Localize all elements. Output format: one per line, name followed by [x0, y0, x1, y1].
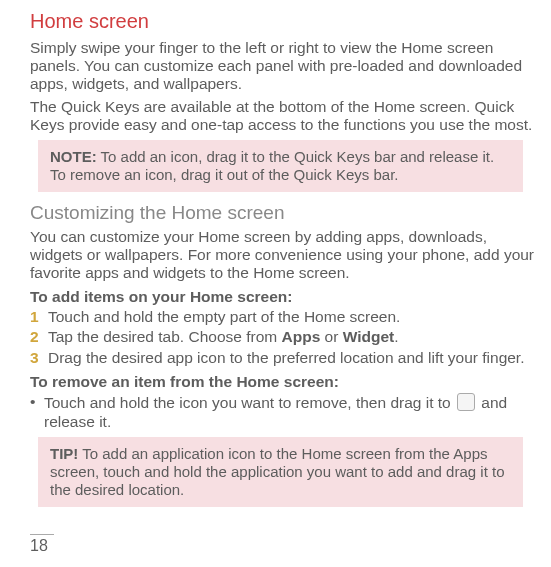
note-text: To add an icon, drag it to the Quick Key…: [50, 148, 494, 183]
page-number: 18: [30, 534, 54, 555]
subhead-add-items: To add items on your Home screen:: [30, 288, 541, 306]
tip-label: TIP!: [50, 445, 78, 462]
para-customizing: You can customize your Home screen by ad…: [30, 228, 541, 281]
trash-icon: [457, 393, 475, 411]
step-number: 2: [30, 328, 48, 347]
heading-home-screen: Home screen: [30, 10, 541, 33]
step-text: Touch and hold the empty part of the Hom…: [48, 308, 400, 327]
subhead-remove-item: To remove an item from the Home screen:: [30, 373, 541, 391]
para-home-2: The Quick Keys are available at the bott…: [30, 98, 541, 134]
para-home-1: Simply swipe your finger to the left or …: [30, 39, 541, 92]
bullet-icon: •: [30, 393, 44, 431]
note-box: NOTE: To add an icon, drag it to the Qui…: [38, 140, 523, 192]
step-number: 1: [30, 308, 48, 327]
heading-customizing: Customizing the Home screen: [30, 202, 541, 224]
step-number: 3: [30, 349, 48, 368]
step-2: 2 Tap the desired tab. Choose from Apps …: [30, 328, 541, 347]
tip-text: To add an application icon to the Home s…: [50, 445, 504, 498]
step-text: Drag the desired app icon to the preferr…: [48, 349, 524, 368]
remove-bullet-item: • Touch and hold the icon you want to re…: [30, 393, 541, 431]
step-3: 3 Drag the desired app icon to the prefe…: [30, 349, 541, 368]
note-label: NOTE:: [50, 148, 97, 165]
step-text: Tap the desired tab. Choose from Apps or…: [48, 328, 399, 347]
tip-box: TIP! To add an application icon to the H…: [38, 437, 523, 507]
step-1: 1 Touch and hold the empty part of the H…: [30, 308, 541, 327]
remove-text: Touch and hold the icon you want to remo…: [44, 393, 541, 431]
